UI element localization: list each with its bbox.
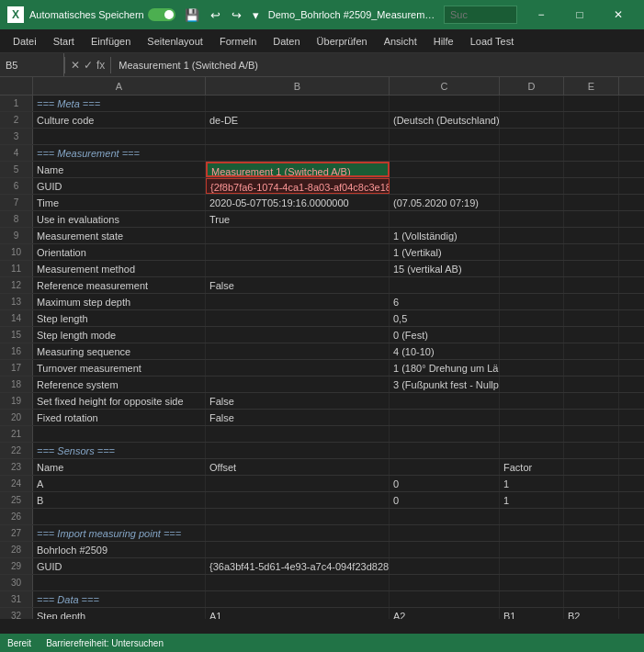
cell-d-28[interactable] bbox=[500, 542, 564, 557]
cell-a-21[interactable] bbox=[33, 426, 206, 442]
undo-icon[interactable]: ↩ bbox=[207, 6, 224, 24]
cell-f-21[interactable] bbox=[619, 426, 644, 442]
cell-d-13[interactable] bbox=[500, 294, 564, 309]
cell-a-16[interactable]: Measuring sequence bbox=[33, 343, 206, 359]
minimize-button[interactable]: − bbox=[523, 0, 559, 29]
col-header-d[interactable]: D bbox=[500, 77, 564, 95]
cell-f-20[interactable] bbox=[619, 410, 644, 425]
cell-b-22[interactable] bbox=[206, 443, 390, 458]
menu-item-einfügen[interactable]: Einfügen bbox=[84, 33, 138, 50]
cell-b-5[interactable]: Measurement 1 (Switched A/B) bbox=[206, 162, 390, 177]
cell-a-22[interactable]: === Sensors === bbox=[33, 443, 206, 458]
cell-c-32[interactable]: A2 bbox=[390, 608, 500, 619]
menu-item-überprüfen[interactable]: Überprüfen bbox=[310, 33, 375, 50]
cell-a-30[interactable] bbox=[33, 575, 206, 590]
cell-f-23[interactable] bbox=[619, 459, 644, 475]
cell-a-8[interactable]: Use in evaluations bbox=[33, 211, 206, 227]
cell-a-12[interactable]: Reference measurement bbox=[33, 277, 206, 293]
cell-e-15[interactable] bbox=[564, 327, 619, 343]
cell-e-8[interactable] bbox=[564, 211, 619, 227]
cell-f-22[interactable] bbox=[619, 443, 644, 458]
cell-d-3[interactable] bbox=[500, 129, 564, 144]
cell-b-2[interactable]: de-DE bbox=[206, 112, 390, 128]
cell-d-25[interactable]: 1 bbox=[500, 492, 564, 508]
cell-a-2[interactable]: Culture code bbox=[33, 112, 206, 128]
cell-e-21[interactable] bbox=[564, 426, 619, 442]
col-header-a[interactable]: A bbox=[33, 77, 206, 95]
cell-a-5[interactable]: Name bbox=[33, 162, 206, 177]
cell-a-23[interactable]: Name bbox=[33, 459, 206, 475]
menu-item-seitenlayout[interactable]: Seitenlayout bbox=[140, 33, 210, 50]
cell-e-2[interactable] bbox=[564, 112, 619, 128]
cell-e-30[interactable] bbox=[564, 575, 619, 590]
cell-c-31[interactable] bbox=[390, 591, 500, 607]
cell-b-24[interactable] bbox=[206, 476, 390, 491]
cell-f-24[interactable] bbox=[619, 476, 644, 491]
cell-d-1[interactable] bbox=[500, 96, 564, 111]
cell-a-6[interactable]: GUID bbox=[33, 178, 206, 194]
cell-f-18[interactable] bbox=[619, 377, 644, 392]
cell-f-1[interactable] bbox=[619, 96, 644, 111]
formula-fx-icon[interactable]: fx bbox=[96, 59, 105, 72]
cell-e-27[interactable] bbox=[564, 525, 619, 541]
cell-b-15[interactable] bbox=[206, 327, 390, 343]
cell-d-14[interactable] bbox=[500, 310, 564, 326]
cell-a-20[interactable]: Fixed rotation bbox=[33, 410, 206, 425]
cell-e-7[interactable] bbox=[564, 195, 619, 210]
cell-a-15[interactable]: Step length mode bbox=[33, 327, 206, 343]
menu-item-load-test[interactable]: Load Test bbox=[463, 33, 522, 50]
cell-b-14[interactable] bbox=[206, 310, 390, 326]
cell-f-11[interactable] bbox=[619, 261, 644, 276]
cell-c-10[interactable]: 1 (Vertikal) bbox=[390, 244, 500, 260]
cell-e-11[interactable] bbox=[564, 261, 619, 276]
cell-e-28[interactable] bbox=[564, 542, 619, 557]
cell-f-29[interactable] bbox=[619, 558, 644, 574]
cell-b-12[interactable]: False bbox=[206, 277, 390, 293]
cell-e-17[interactable] bbox=[564, 360, 619, 376]
maximize-button[interactable]: □ bbox=[561, 0, 598, 29]
cell-a-4[interactable]: === Measurement === bbox=[33, 145, 206, 161]
cell-e-1[interactable] bbox=[564, 96, 619, 111]
menu-item-daten[interactable]: Daten bbox=[266, 33, 307, 50]
cell-e-16[interactable] bbox=[564, 343, 619, 359]
menu-item-ansicht[interactable]: Ansicht bbox=[377, 33, 424, 50]
cell-f-26[interactable] bbox=[619, 509, 644, 524]
cell-c-9[interactable]: 1 (Vollständig) bbox=[390, 228, 500, 243]
cell-b-32[interactable]: A1 bbox=[206, 608, 390, 619]
cell-b-13[interactable] bbox=[206, 294, 390, 309]
cell-b-23[interactable]: Offset bbox=[206, 459, 390, 475]
cell-d-24[interactable]: 1 bbox=[500, 476, 564, 491]
cell-c-2[interactable]: (Deutsch (Deutschland)) bbox=[390, 112, 500, 128]
col-header-e[interactable]: E bbox=[564, 77, 619, 95]
cell-c-26[interactable] bbox=[390, 509, 500, 524]
cell-d-32[interactable]: B1 bbox=[500, 608, 564, 619]
cell-c-6[interactable] bbox=[390, 178, 500, 194]
cell-a-7[interactable]: Time bbox=[33, 195, 206, 210]
cell-a-11[interactable]: Measurement method bbox=[33, 261, 206, 276]
cell-f-12[interactable] bbox=[619, 277, 644, 293]
cell-d-5[interactable] bbox=[500, 162, 564, 177]
dropdown-icon[interactable]: ▾ bbox=[249, 6, 263, 24]
cell-f-31[interactable] bbox=[619, 591, 644, 607]
formula-check-icon[interactable]: ✓ bbox=[84, 59, 93, 72]
cell-b-19[interactable]: False bbox=[206, 393, 390, 409]
cell-b-20[interactable]: False bbox=[206, 410, 390, 425]
cell-d-30[interactable] bbox=[500, 575, 564, 590]
cell-c-12[interactable] bbox=[390, 277, 500, 293]
cell-b-10[interactable] bbox=[206, 244, 390, 260]
cell-b-27[interactable] bbox=[206, 525, 390, 541]
cell-f-28[interactable] bbox=[619, 542, 644, 557]
cell-c-28[interactable] bbox=[390, 542, 500, 557]
cell-a-9[interactable]: Measurement state bbox=[33, 228, 206, 243]
cell-b-7[interactable]: 2020-05-07T05:19:16.0000000 bbox=[206, 195, 390, 210]
cell-reference[interactable] bbox=[0, 53, 64, 76]
cell-c-22[interactable] bbox=[390, 443, 500, 458]
cell-d-29[interactable] bbox=[500, 558, 564, 574]
cell-c-7[interactable]: (07.05.2020 07:19) bbox=[390, 195, 500, 210]
cell-d-7[interactable] bbox=[500, 195, 564, 210]
cell-b-21[interactable] bbox=[206, 426, 390, 442]
cell-c-18[interactable]: 3 (Fußpunkt fest - Nullpunkt der Tiefe a… bbox=[390, 377, 500, 392]
cell-f-5[interactable] bbox=[619, 162, 644, 177]
cell-d-31[interactable] bbox=[500, 591, 564, 607]
cell-d-23[interactable]: Factor bbox=[500, 459, 564, 475]
